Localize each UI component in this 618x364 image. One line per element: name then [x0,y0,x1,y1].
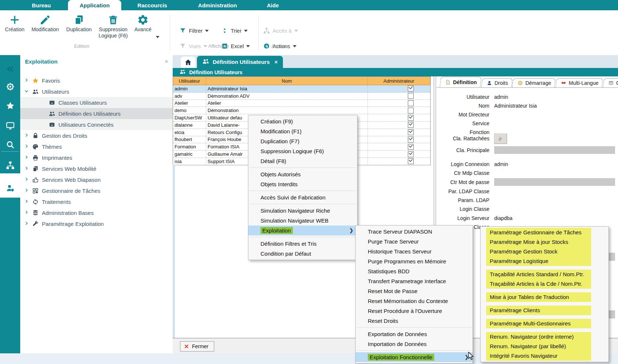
sidebar-item-administration-bases[interactable]: Administration Bases [20,207,173,218]
chevron-down-icon[interactable] [244,30,248,32]
sidebar-item-utilisateurs-connect-s[interactable]: Utilisateurs Connectés [20,119,189,130]
sidebar-item-classes-utilisateurs[interactable]: Classes Utilisateurs [20,97,189,108]
chevron-right-icon[interactable] [24,166,30,172]
menu-item-simulation-navigateur-web[interactable]: Simulation Navigateur WEB [248,216,357,226]
tab-d-marrage[interactable]: Démarrage [512,78,556,87]
grid-column-header-nom[interactable]: Nom [206,77,368,85]
menu-item-param-trage-gestionnaire-de-t-ches[interactable]: Paramétrage Gestionnaire de Tâches [486,228,591,237]
chevron-right-icon[interactable] [24,177,30,183]
menu-item-tra-abilit-articles-standard-nom-ptr-[interactable]: Traçabilité Articles Standard / Nom.Ptr. [486,270,591,279]
menu-item-d-tail-f8-[interactable]: Détail (F8) [248,156,357,166]
ribbon-button-avanc-[interactable]: Avancé [132,13,154,33]
sidebar-item-gestion-des-droits[interactable]: Gestion des Droits [20,130,173,141]
menu-item-param-trage-multi-gestionnaires[interactable]: Paramétrage Multi-Gestionnaires [486,319,591,328]
chevron-right-icon[interactable] [24,221,30,227]
menubar-tab-raccourcis[interactable]: Raccourcis [129,0,175,10]
menu-item-param-trage-clients[interactable]: Paramétrage Clients [486,306,591,315]
home-tab[interactable] [181,57,195,68]
wheel-icon[interactable] [0,78,20,95]
menu-item-transfert-parametrage-interface[interactable]: Transfert Parametrage Interface [356,276,473,286]
menu-item-objets-interdits[interactable]: Objets Interdits [248,179,357,189]
chevron-right-icon[interactable] [24,188,30,194]
menu-item-purge-trace-serveur[interactable]: Purge Trace Serveur [356,237,473,246]
sidebar-item-services-web-mobilit-[interactable]: Services Web Mobilité [20,163,173,174]
classes-rattachees-button[interactable] [494,134,507,144]
tab-gestion[interactable]: Gestion [603,78,618,87]
menu-item-renum-navigateur-ordre-interne-[interactable]: Renum. Navigateur (ordre interne) [486,332,591,342]
chevron-right-icon[interactable] [24,199,30,205]
menu-item-reset-droits[interactable]: Reset Droits [356,316,473,326]
ribbon-button-trier[interactable]: Trier [221,27,248,34]
menu-item-mise-jour-tables-de-traduction[interactable]: Mise à jour Tables de Traduction [486,292,591,302]
menu-item-renum-navigateur-par-libell-[interactable]: Renum. Navigateur (par libellé) [486,342,591,351]
chevron-down-icon[interactable] [24,89,30,94]
sidebar-item-param-trage-exploitation[interactable]: Paramétrage Exploitation [20,218,173,229]
menu-item-condition-par-d-faut[interactable]: Condition par Défaut [248,249,357,259]
menu-item-importation-de-donn-es[interactable]: Importation de Données [356,339,473,349]
menu-item-simulation-navigateur-riche[interactable]: Simulation Navigateur Riche [248,206,357,216]
ribbon-button-modification[interactable]: Modification [29,13,62,33]
menu-item-int-grit-favoris-navigateur[interactable]: Intégrité Favoris Navigateur [486,351,591,361]
sidebar-item-favoris[interactable]: Favoris [20,75,173,86]
menu-item-reset-mot-de-passe[interactable]: Reset Mot de Passe [356,286,473,296]
menu-item-duplication-f7-[interactable]: Duplication (F7) [248,136,357,146]
grid-column-header-utilisateur[interactable]: Utilisateur [173,77,206,85]
menubar-tab-aide[interactable]: Aide [257,0,288,10]
sidebar-item-d-finition-des-utilisateurs[interactable]: Définition des Utilisateurs [20,108,189,119]
menu-item-param-trage-gestion-stock[interactable]: Paramétrage Gestion Stock [486,247,591,256]
star-icon[interactable] [0,97,20,115]
chevron-down-icon[interactable] [205,30,209,32]
sidebar-item-gestionnaire-de-t-ches[interactable]: Gestionnaire de Tâches [20,185,173,196]
tab-d-finition[interactable]: Définition [439,77,481,87]
menu-item-historique-traces-serveur[interactable]: Historique Traces Serveur [356,246,473,256]
menu-item-param-trage-logistique[interactable]: Paramétrage Logistique [486,256,591,266]
menu-item-suppression-logique-f6-[interactable]: Suppression Logique (F6) [248,146,357,156]
monitor-icon[interactable] [0,117,20,134]
menu-item-exploitation[interactable]: Exploitation❯ [248,226,357,235]
chevron-right-icon[interactable] [24,133,30,138]
sidebar-item-services-web-diapason[interactable]: Services Web Diapason [20,174,173,185]
tab-multi-langue[interactable]: Multi-Langue [556,78,603,87]
menu-item-reset-m-morisation-du-contexte[interactable]: Reset Mémorisation du Contexte [356,296,473,306]
sidebar-item-th-mes[interactable]: Thèmes [20,141,173,152]
admin-checkbox[interactable] [408,93,414,99]
menu-item-purge-programmes-en-m-moire[interactable]: Purge Programmes en Mémoire [356,256,473,266]
menu-item-reset-proc-dure-l-ouverture[interactable]: Reset Procédure à l'Ouverture [356,306,473,316]
ribbon-button-filtrer[interactable]: Filtrer [179,27,209,34]
sidebar-item-imprimantes[interactable]: Imprimantes [20,152,173,163]
grid-column-header-administrateur[interactable]: Administrateur [368,77,430,85]
tab-droits[interactable]: Droits [481,78,512,87]
sidebar-item-utilisateurs[interactable]: Utilisateurs [20,86,173,97]
ribbon-button-duplication[interactable]: Duplication [63,13,95,33]
admin-checkbox[interactable] [408,158,414,164]
admin-checkbox[interactable] [408,115,414,121]
menu-item-trace-serveur-diapason[interactable]: Trace Serveur DIAPASON [356,227,473,237]
sidebar-item-traitements[interactable]: Traitements [20,196,173,207]
admin-checkbox[interactable] [408,100,414,106]
menu-item-exportation-de-donn-es[interactable]: Exportation de Données [356,329,473,339]
menu-item-tra-abilit-articles-la-cde-nom-ptr-[interactable]: Traçabilité Articles à la Cde / Nom.Ptr. [486,279,591,289]
tab-definition-utilisateurs[interactable]: Définition Utilisateurs × [197,56,283,68]
admin-checkbox[interactable] [408,137,414,143]
table-row[interactable]: demoDémonstration [173,107,430,114]
ribbon-button-suppression-logique-f6-[interactable]: Suppression Logique (F6) [96,13,130,39]
chevron-down-icon[interactable] [156,36,159,38]
menu-item-modification-f1-[interactable]: Modification (F1) [248,126,357,136]
menu-item-statistiques-bdd[interactable]: Statistiques BDD [356,266,473,276]
menu-item-param-trage-mise-jour-stocks[interactable]: Paramétrage Mise à jour Stocks [486,237,591,247]
admin-checkbox[interactable] [408,151,414,157]
table-row[interactable]: advDémonstration ADV [173,93,430,100]
menu-item-objets-autoris-s[interactable]: Objets Autorisés [248,169,357,179]
collapse-icon[interactable] [0,60,20,78]
chevron-right-icon[interactable] [24,155,30,161]
chevron-right-icon[interactable] [24,210,30,216]
ribbon-button-cr-ation[interactable]: Création [3,13,26,33]
table-row[interactable]: AtelierAtelier [173,100,430,107]
menu-item-d-finition-filtres-et-tris[interactable]: Définition Filtres et Tris [248,239,357,249]
fermer-button[interactable]: ✕ Fermer [180,341,214,352]
close-icon[interactable]: × [165,59,168,65]
admin-checkbox[interactable] [408,86,414,91]
menu-item-cr-ation-f9-[interactable]: Création (F9) [248,116,357,126]
sitemap-icon[interactable] [0,156,20,174]
admin-checkbox[interactable] [408,122,414,128]
